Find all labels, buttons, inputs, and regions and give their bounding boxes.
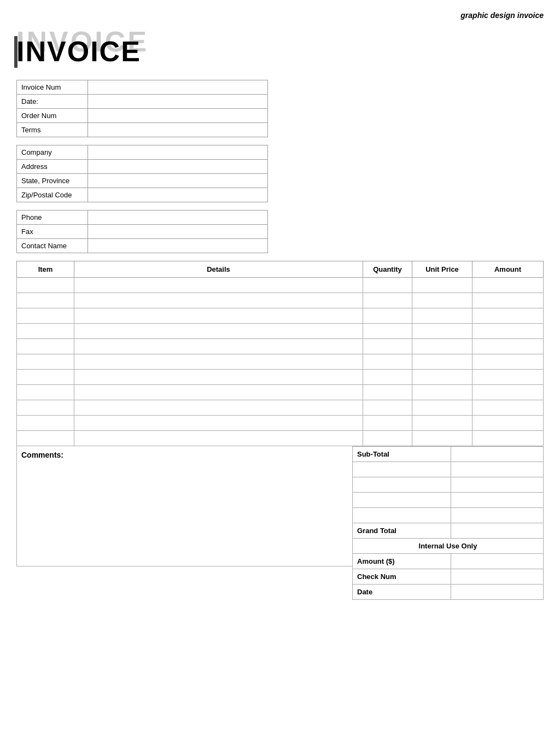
company-info-table: Company Address State, Province Zip/Post… [16,145,268,202]
address-label: Address [17,160,88,174]
table-row [17,400,544,416]
unit-price-header: Unit Price [412,261,472,278]
subtotal-label: Sub-Total [353,447,451,462]
check-num-label: Check Num [353,569,451,585]
table-row [17,278,544,293]
table-row [17,431,544,446]
phone-row: Phone [17,211,268,225]
terms-value[interactable] [88,123,268,137]
internal-use-label: Internal Use Only [353,539,544,554]
comments-section: Comments: [16,446,352,566]
comments-label: Comments: [21,451,63,459]
invoice-num-row: Invoice Num [17,80,268,95]
table-row [17,293,544,308]
terms-row: Terms [17,123,268,137]
order-num-row: Order Num [17,109,268,123]
state-province-row: State, Province [17,174,268,188]
grand-total-value[interactable] [451,523,543,539]
check-num-value[interactable] [451,569,543,585]
page-header: graphic design invoice [16,11,544,20]
totals-section: Sub-Total [352,446,544,600]
order-num-value[interactable] [88,109,268,123]
contact-info-table: Phone Fax Contact Name [16,210,268,253]
extra-row-1 [353,462,544,477]
totals-table: Sub-Total [352,446,544,600]
contact-name-row: Contact Name [17,239,268,253]
contact-name-label: Contact Name [17,239,88,253]
title-left-bar [14,36,18,68]
invoice-num-value[interactable] [88,80,268,95]
table-row [17,308,544,324]
date-value[interactable] [88,95,268,109]
date-row: Date: [17,95,268,109]
fax-label: Fax [17,225,88,239]
amount-header: Amount [472,261,544,278]
table-row [17,370,544,385]
table-row [17,339,544,354]
subtotal-value[interactable] [451,447,543,462]
grand-total-label: Grand Total [353,523,451,539]
header-title: graphic design invoice [460,11,544,20]
extra-row-4 [353,508,544,523]
contact-name-value[interactable] [88,239,268,253]
date-label: Date: [17,95,88,109]
invoice-title-main: INVOICE [16,35,141,68]
address-value[interactable] [88,160,268,174]
items-table: Item Details Quantity Unit Price Amount [16,261,544,446]
terms-label: Terms [17,123,88,137]
amount-dollar-row: Amount ($) [353,554,544,569]
extra-row-3 [353,493,544,508]
amount-dollar-label: Amount ($) [353,554,451,569]
company-row: Company [17,145,268,160]
subtotal-row: Sub-Total [353,447,544,462]
bottom-section: Comments: Sub-Total [16,446,544,600]
fax-value[interactable] [88,225,268,239]
internal-use-header: Internal Use Only [353,539,544,554]
address-row: Address [17,160,268,174]
invoice-title-container: INVOICE INVOICE [16,25,544,69]
company-value[interactable] [88,145,268,160]
check-num-row: Check Num [353,569,544,585]
table-row [17,416,544,431]
state-province-label: State, Province [17,174,88,188]
item-header: Item [17,261,74,278]
phone-label: Phone [17,211,88,225]
company-label: Company [17,145,88,160]
zip-value[interactable] [88,188,268,202]
items-table-header: Item Details Quantity Unit Price Amount [17,261,544,278]
order-num-label: Order Num [17,109,88,123]
zip-label: Zip/Postal Code [17,188,88,202]
quantity-header: Quantity [363,261,412,278]
internal-date-row: Date [353,585,544,600]
phone-value[interactable] [88,211,268,225]
fax-row: Fax [17,225,268,239]
state-province-value[interactable] [88,174,268,188]
zip-row: Zip/Postal Code [17,188,268,202]
details-header: Details [74,261,363,278]
table-row [17,385,544,400]
invoice-num-label: Invoice Num [17,80,88,95]
invoice-info-table: Invoice Num Date: Order Num Terms [16,80,268,137]
internal-date-value[interactable] [451,585,543,600]
table-row [17,324,544,339]
internal-date-label: Date [353,585,451,600]
extra-row-2 [353,477,544,493]
table-row [17,354,544,370]
amount-dollar-value[interactable] [451,554,543,569]
grand-total-row: Grand Total [353,523,544,539]
